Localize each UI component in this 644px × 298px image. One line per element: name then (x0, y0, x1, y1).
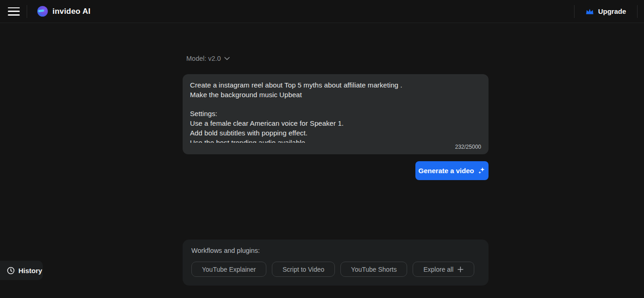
invideo-logo-icon (37, 6, 48, 17)
workflow-button-label: Script to Video (282, 266, 324, 273)
invideo-app: invideo AI Upgrade Model: v2.0 (0, 0, 644, 298)
character-counter: 232/25000 (190, 143, 481, 150)
generate-video-label: Generate a video (419, 167, 474, 175)
prompt-line: Add bold subtitles with popping effect. (190, 129, 481, 138)
workflow-button-explore-all[interactable]: Explore all (413, 262, 474, 277)
workflows-label: Workflows and plugins: (191, 247, 480, 254)
brand-logo-home[interactable]: invideo AI (37, 6, 91, 17)
brand-name: invideo AI (52, 7, 91, 16)
workflow-button-label: YouTube Shorts (351, 266, 397, 273)
history-button[interactable]: History (0, 261, 43, 280)
topbar-divider (27, 5, 27, 18)
prompt-line (190, 100, 481, 110)
workflow-button-script-to-video[interactable]: Script to Video (272, 262, 335, 277)
sparkles-icon (477, 167, 485, 175)
crown-icon (586, 8, 594, 15)
prompt-text: Create a instagram reel about Top 5 myth… (190, 81, 481, 143)
prompt-line: Create a instagram reel about Top 5 myth… (190, 81, 481, 90)
prompt-textarea[interactable]: Create a instagram reel about Top 5 myth… (183, 74, 489, 154)
model-selector-label: Model: v2.0 (186, 55, 221, 62)
prompt-line: Use the best trending audio available (190, 138, 481, 143)
topbar-divider (637, 5, 638, 18)
workflow-button-youtube-shorts[interactable]: YouTube Shorts (340, 262, 407, 277)
workflow-button-label: Explore all (423, 266, 453, 273)
upgrade-button[interactable]: Upgrade (575, 0, 637, 23)
generate-video-button[interactable]: Generate a video (415, 161, 489, 180)
model-selector-dropdown[interactable]: Model: v2.0 (186, 55, 230, 62)
history-label: History (18, 267, 42, 275)
workflow-button-youtube-explainer[interactable]: YouTube Explainer (191, 262, 266, 277)
clock-icon (7, 267, 15, 275)
plus-icon (457, 266, 464, 273)
workflows-panel: Workflows and plugins: YouTube Explainer… (183, 240, 489, 286)
prompt-line: Use a female clear American voice for Sp… (190, 119, 481, 129)
workflow-buttons-row: YouTube Explainer Script to Video YouTub… (191, 262, 480, 277)
chevron-down-icon (224, 57, 230, 60)
prompt-line: Make the background music Upbeat (190, 90, 481, 100)
prompt-line: Settings: (190, 109, 481, 119)
upgrade-label: Upgrade (598, 7, 626, 15)
top-bar: invideo AI Upgrade (0, 0, 644, 23)
workflow-button-label: YouTube Explainer (202, 266, 256, 273)
hamburger-menu-icon[interactable] (8, 7, 20, 16)
